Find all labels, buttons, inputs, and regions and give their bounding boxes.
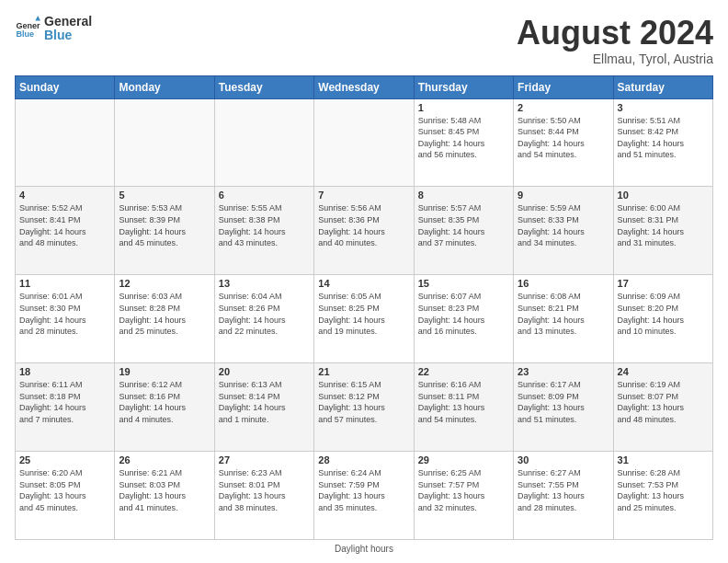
col-thursday: Thursday — [414, 75, 513, 98]
table-row: 9Sunrise: 5:59 AM Sunset: 8:33 PM Daylig… — [514, 187, 613, 275]
day-number: 15 — [418, 278, 509, 289]
day-number: 4 — [19, 190, 110, 201]
day-number: 17 — [618, 278, 709, 289]
day-info: Sunrise: 6:04 AM Sunset: 8:26 PM Dayligh… — [219, 291, 310, 337]
day-info: Sunrise: 6:24 AM Sunset: 7:59 PM Dayligh… — [318, 467, 409, 513]
day-number: 25 — [19, 454, 110, 465]
table-row: 28Sunrise: 6:24 AM Sunset: 7:59 PM Dayli… — [314, 452, 414, 540]
svg-text:Blue: Blue — [16, 29, 34, 39]
day-number: 3 — [618, 102, 709, 113]
day-number: 7 — [318, 190, 409, 201]
logo-icon: General Blue — [15, 16, 40, 41]
table-row: 20Sunrise: 6:13 AM Sunset: 8:14 PM Dayli… — [214, 363, 313, 452]
day-info: Sunrise: 5:52 AM Sunset: 8:41 PM Dayligh… — [19, 202, 110, 248]
day-number: 12 — [119, 278, 210, 289]
table-row: 11Sunrise: 6:01 AM Sunset: 8:30 PM Dayli… — [16, 275, 115, 363]
day-number: 13 — [219, 278, 310, 289]
day-info: Sunrise: 6:20 AM Sunset: 8:05 PM Dayligh… — [19, 467, 110, 513]
day-number: 23 — [518, 366, 609, 377]
table-row — [214, 98, 313, 187]
table-row — [16, 98, 115, 187]
page: General Blue General Blue August 2024 El… — [0, 0, 728, 563]
day-number: 19 — [119, 366, 210, 377]
table-row: 8Sunrise: 5:57 AM Sunset: 8:35 PM Daylig… — [414, 187, 513, 275]
day-number: 6 — [219, 190, 310, 201]
svg-marker-2 — [35, 16, 40, 21]
day-info: Sunrise: 5:57 AM Sunset: 8:35 PM Dayligh… — [418, 202, 509, 248]
day-info: Sunrise: 6:07 AM Sunset: 8:23 PM Dayligh… — [418, 291, 509, 337]
day-info: Sunrise: 6:21 AM Sunset: 8:03 PM Dayligh… — [119, 467, 210, 513]
table-row: 31Sunrise: 6:28 AM Sunset: 7:53 PM Dayli… — [613, 452, 712, 540]
day-info: Sunrise: 5:51 AM Sunset: 8:42 PM Dayligh… — [618, 115, 709, 161]
table-row: 17Sunrise: 6:09 AM Sunset: 8:20 PM Dayli… — [613, 275, 712, 363]
table-row: 4Sunrise: 5:52 AM Sunset: 8:41 PM Daylig… — [16, 187, 115, 275]
day-number: 10 — [618, 190, 709, 201]
day-info: Sunrise: 6:16 AM Sunset: 8:11 PM Dayligh… — [418, 379, 509, 425]
day-number: 20 — [219, 366, 310, 377]
day-number: 1 — [418, 102, 509, 113]
day-info: Sunrise: 6:13 AM Sunset: 8:14 PM Dayligh… — [219, 379, 310, 425]
table-row: 14Sunrise: 6:05 AM Sunset: 8:25 PM Dayli… — [314, 275, 414, 363]
calendar-week-row: 18Sunrise: 6:11 AM Sunset: 8:18 PM Dayli… — [16, 363, 713, 452]
day-info: Sunrise: 5:48 AM Sunset: 8:45 PM Dayligh… — [418, 115, 509, 161]
table-row — [314, 98, 414, 187]
table-row: 15Sunrise: 6:07 AM Sunset: 8:23 PM Dayli… — [414, 275, 513, 363]
day-number: 18 — [19, 366, 110, 377]
day-info: Sunrise: 6:11 AM Sunset: 8:18 PM Dayligh… — [19, 379, 110, 425]
table-row: 16Sunrise: 6:08 AM Sunset: 8:21 PM Dayli… — [514, 275, 613, 363]
calendar-week-row: 4Sunrise: 5:52 AM Sunset: 8:41 PM Daylig… — [16, 187, 713, 275]
table-row: 30Sunrise: 6:27 AM Sunset: 7:55 PM Dayli… — [514, 452, 613, 540]
day-info: Sunrise: 5:55 AM Sunset: 8:38 PM Dayligh… — [219, 202, 310, 248]
day-info: Sunrise: 6:00 AM Sunset: 8:31 PM Dayligh… — [618, 202, 709, 248]
day-number: 30 — [518, 454, 609, 465]
table-row: 29Sunrise: 6:25 AM Sunset: 7:57 PM Dayli… — [414, 452, 513, 540]
table-row: 22Sunrise: 6:16 AM Sunset: 8:11 PM Dayli… — [414, 363, 513, 452]
day-number: 16 — [518, 278, 609, 289]
table-row: 19Sunrise: 6:12 AM Sunset: 8:16 PM Dayli… — [115, 363, 214, 452]
day-info: Sunrise: 5:50 AM Sunset: 8:44 PM Dayligh… — [518, 115, 609, 161]
table-row — [115, 98, 214, 187]
location: Ellmau, Tyrol, Austria — [517, 52, 713, 66]
day-number: 21 — [318, 366, 409, 377]
day-number: 9 — [518, 190, 609, 201]
table-row: 6Sunrise: 5:55 AM Sunset: 8:38 PM Daylig… — [214, 187, 313, 275]
table-row: 25Sunrise: 6:20 AM Sunset: 8:05 PM Dayli… — [16, 452, 115, 540]
calendar-week-row: 11Sunrise: 6:01 AM Sunset: 8:30 PM Dayli… — [16, 275, 713, 363]
footer-note: Daylight hours — [15, 544, 713, 554]
day-info: Sunrise: 6:17 AM Sunset: 8:09 PM Dayligh… — [518, 379, 609, 425]
col-friday: Friday — [514, 75, 613, 98]
day-number: 27 — [219, 454, 310, 465]
day-number: 31 — [618, 454, 709, 465]
day-info: Sunrise: 6:28 AM Sunset: 7:53 PM Dayligh… — [618, 467, 709, 513]
day-info: Sunrise: 5:59 AM Sunset: 8:33 PM Dayligh… — [518, 202, 609, 248]
day-number: 22 — [418, 366, 509, 377]
day-number: 8 — [418, 190, 509, 201]
day-number: 14 — [318, 278, 409, 289]
logo: General Blue General Blue — [15, 15, 92, 43]
day-number: 11 — [19, 278, 110, 289]
title-block: August 2024 Ellmau, Tyrol, Austria — [517, 15, 713, 66]
day-number: 2 — [518, 102, 609, 113]
calendar-week-row: 1Sunrise: 5:48 AM Sunset: 8:45 PM Daylig… — [16, 98, 713, 187]
day-number: 29 — [418, 454, 509, 465]
calendar-table: Sunday Monday Tuesday Wednesday Thursday… — [15, 75, 713, 540]
table-row: 1Sunrise: 5:48 AM Sunset: 8:45 PM Daylig… — [414, 98, 513, 187]
calendar-header-row: Sunday Monday Tuesday Wednesday Thursday… — [16, 75, 713, 98]
day-info: Sunrise: 6:05 AM Sunset: 8:25 PM Dayligh… — [318, 291, 409, 337]
month-year: August 2024 — [517, 15, 713, 52]
table-row: 21Sunrise: 6:15 AM Sunset: 8:12 PM Dayli… — [314, 363, 414, 452]
logo-blue: Blue — [44, 29, 92, 42]
table-row: 3Sunrise: 5:51 AM Sunset: 8:42 PM Daylig… — [613, 98, 712, 187]
logo-general: General — [44, 15, 92, 29]
table-row: 24Sunrise: 6:19 AM Sunset: 8:07 PM Dayli… — [613, 363, 712, 452]
day-info: Sunrise: 6:08 AM Sunset: 8:21 PM Dayligh… — [518, 291, 609, 337]
day-info: Sunrise: 6:23 AM Sunset: 8:01 PM Dayligh… — [219, 467, 310, 513]
table-row: 5Sunrise: 5:53 AM Sunset: 8:39 PM Daylig… — [115, 187, 214, 275]
header: General Blue General Blue August 2024 El… — [15, 15, 713, 66]
calendar-week-row: 25Sunrise: 6:20 AM Sunset: 8:05 PM Dayli… — [16, 452, 713, 540]
table-row: 26Sunrise: 6:21 AM Sunset: 8:03 PM Dayli… — [115, 452, 214, 540]
table-row: 12Sunrise: 6:03 AM Sunset: 8:28 PM Dayli… — [115, 275, 214, 363]
day-number: 5 — [119, 190, 210, 201]
day-info: Sunrise: 6:03 AM Sunset: 8:28 PM Dayligh… — [119, 291, 210, 337]
table-row: 2Sunrise: 5:50 AM Sunset: 8:44 PM Daylig… — [514, 98, 613, 187]
